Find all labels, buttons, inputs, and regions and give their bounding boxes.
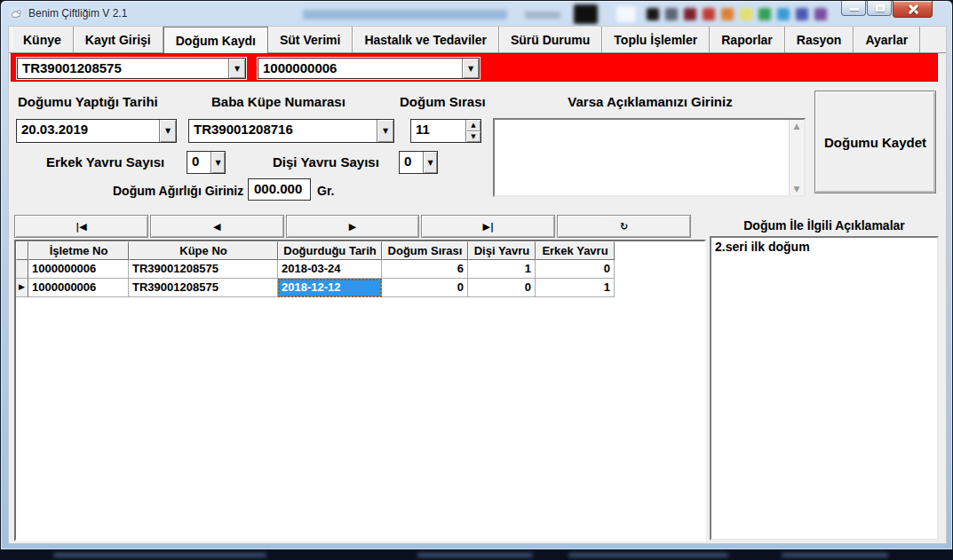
table-cell[interactable]: TR39001208575 [129, 260, 278, 279]
chevron-down-icon[interactable]: ▼ [377, 120, 393, 142]
chevron-down-icon[interactable]: ▼ [228, 59, 245, 78]
record-navigator: |◀◀▶▶|↻ [14, 215, 691, 238]
titlebar-background-artifact [796, 8, 808, 20]
column-header[interactable]: Küpe No [129, 241, 278, 260]
note-textarea[interactable]: ▲ ▼ [493, 118, 806, 197]
ear-tag-combobox[interactable]: TR39001208575 ▼ [17, 58, 246, 79]
column-header[interactable]: Erkek Yavru [536, 241, 615, 260]
birth-notes-box[interactable]: 2.seri ilk doğum [710, 236, 939, 540]
table-cell[interactable]: 1000000006 [28, 260, 129, 279]
birth-date-combobox[interactable]: 20.03.2019 ▼ [16, 119, 177, 143]
save-birth-button[interactable]: Doğumu Kaydet [814, 91, 936, 193]
female-count-combobox[interactable]: 0 ▼ [399, 151, 438, 174]
birth-weight-unit: Gr. [317, 184, 334, 198]
chevron-down-icon[interactable]: ▼ [423, 152, 437, 173]
titlebar-background-artifact [525, 12, 560, 19]
nav-first-button[interactable]: |◀ [14, 215, 148, 238]
titlebar-background-artifact [740, 8, 752, 20]
tab-hastalik-ve-tedaviler[interactable]: Hastalık ve Tedaviler [353, 27, 498, 52]
maximize-button[interactable] [867, 1, 892, 16]
close-button[interactable] [893, 1, 933, 18]
column-header[interactable]: Doğum Sırası [382, 241, 468, 260]
note-scrollbar[interactable]: ▲ ▼ [789, 120, 804, 195]
column-header[interactable]: Dişi Yavru [468, 241, 536, 260]
current-row-marker[interactable]: ▶ [16, 279, 28, 297]
scroll-up-icon[interactable]: ▲ [790, 122, 804, 130]
table-cell[interactable]: 1000000006 [28, 279, 129, 297]
spin-up-icon[interactable]: ▲ [466, 120, 480, 131]
minimize-icon [850, 8, 859, 11]
female-count-value: 0 [400, 152, 423, 173]
table-cell[interactable]: 2018-03-24 [278, 260, 382, 279]
nav-refresh-button[interactable]: ↻ [557, 215, 691, 238]
tab-bar: KünyeKayıt GirişiDoğum KaydıSüt VerimiHa… [9, 27, 946, 53]
row-selector-header [16, 241, 28, 260]
table-cell[interactable]: 6 [382, 260, 468, 279]
chevron-down-icon[interactable]: ▼ [210, 152, 225, 173]
titlebar-background-artifact [665, 8, 678, 20]
birth-date-value: 20.03.2019 [17, 120, 159, 142]
selected-cell[interactable]: 2018-12-12 [278, 279, 382, 297]
tab-sut-verimi[interactable]: Süt Verimi [268, 27, 353, 52]
row-selector[interactable] [16, 260, 28, 279]
nav-previous-button[interactable]: ◀ [150, 215, 284, 238]
birth-order-spinner[interactable]: 11 ▲ ▼ [410, 119, 481, 143]
titlebar: Benim Çiftliğim V 2.1 [1, 1, 952, 26]
chevron-down-icon[interactable]: ▼ [159, 120, 176, 142]
birth-order-value: 11 [411, 120, 465, 142]
window-title: Benim Çiftliğim V 2.1 [28, 7, 127, 20]
minimize-button[interactable] [841, 1, 866, 16]
sire-tag-combobox[interactable]: TR39001208716 ▼ [188, 119, 394, 143]
titlebar-background-artifact [703, 8, 715, 20]
spin-down-icon[interactable]: ▼ [466, 131, 480, 143]
birth-weight-input[interactable]: 000.000 [248, 178, 311, 201]
female-count-label: Dişi Yavru Sayısı [273, 154, 379, 170]
tab-kunye[interactable]: Künye [12, 27, 74, 52]
male-count-value: 0 [187, 152, 210, 173]
titlebar-background-artifact [684, 8, 696, 20]
scroll-down-icon[interactable]: ▼ [790, 185, 804, 193]
tab-rasyon[interactable]: Rasyon [785, 27, 854, 52]
titlebar-background-artifact [574, 4, 598, 24]
chevron-down-icon[interactable]: ▼ [462, 59, 479, 78]
ear-tag-value: TR39001208575 [18, 59, 228, 78]
birth-notes-text: 2.seri ilk doğum [715, 240, 810, 254]
titlebar-background-artifact [616, 6, 636, 22]
note-label: Varsa Açıklamanızı Giriniz [539, 94, 761, 109]
birth-weight-label: Doğum Ağırlığı Giriniz [113, 184, 243, 198]
sire-tag-label: Baba Küpe Numarası [211, 94, 345, 109]
births-table: İşletme NoKüpe NoDoğurduğu TarihDoğum Sı… [14, 240, 706, 541]
table-cell[interactable]: 1 [468, 260, 536, 279]
male-count-combobox[interactable]: 0 ▼ [187, 151, 226, 174]
titlebar-background-artifact [303, 10, 507, 20]
table-cell[interactable]: 0 [468, 279, 536, 297]
animal-selection-bar: TR39001208575 ▼ 1000000006 ▼ [11, 53, 938, 82]
titlebar-background-artifact [758, 8, 771, 20]
sire-tag-value: TR39001208716 [189, 120, 377, 142]
farm-no-combobox[interactable]: 1000000006 ▼ [258, 58, 480, 79]
male-count-label: Erkek Yavru Sayısı [46, 154, 164, 170]
titlebar-background-artifact [777, 8, 790, 20]
titlebar-background-artifact [721, 8, 734, 20]
column-header[interactable]: Doğurduğu Tarih [278, 241, 382, 260]
birth-notes-title: Doğum İle İlgili Açıklamalar [710, 218, 939, 233]
column-header[interactable]: İşletme No [28, 241, 129, 260]
nav-last-button[interactable]: ▶| [421, 215, 555, 238]
tab-dogum-kaydi[interactable]: Doğum Kaydı [163, 27, 268, 53]
table-row: ▶1000000006TR390012085752018-12-12001 [16, 279, 704, 297]
birth-date-label: Doğumu Yaptığı Tarihi [18, 94, 158, 109]
table-cell[interactable]: 1 [536, 279, 615, 297]
tab-toplu-islemler[interactable]: Toplu İşlemler [602, 27, 710, 52]
windows-taskbar [0, 550, 953, 560]
tab-ayarlar[interactable]: Ayarlar [854, 27, 920, 52]
titlebar-background-artifact [814, 8, 827, 20]
nav-next-button[interactable]: ▶ [286, 215, 420, 238]
tab-suru-durumu[interactable]: Sürü Durumu [499, 27, 602, 52]
table-cell[interactable]: 0 [536, 260, 615, 279]
table-cell[interactable]: 0 [382, 279, 468, 297]
app-window: Benim Çiftliğim V 2.1 KünyeKayıt GirişiD… [0, 0, 953, 550]
table-cell[interactable]: TR39001208575 [129, 279, 278, 297]
app-icon [9, 6, 23, 20]
tab-kayit-girisi[interactable]: Kayıt Girişi [74, 27, 163, 52]
tab-raporlar[interactable]: Raporlar [710, 27, 785, 52]
